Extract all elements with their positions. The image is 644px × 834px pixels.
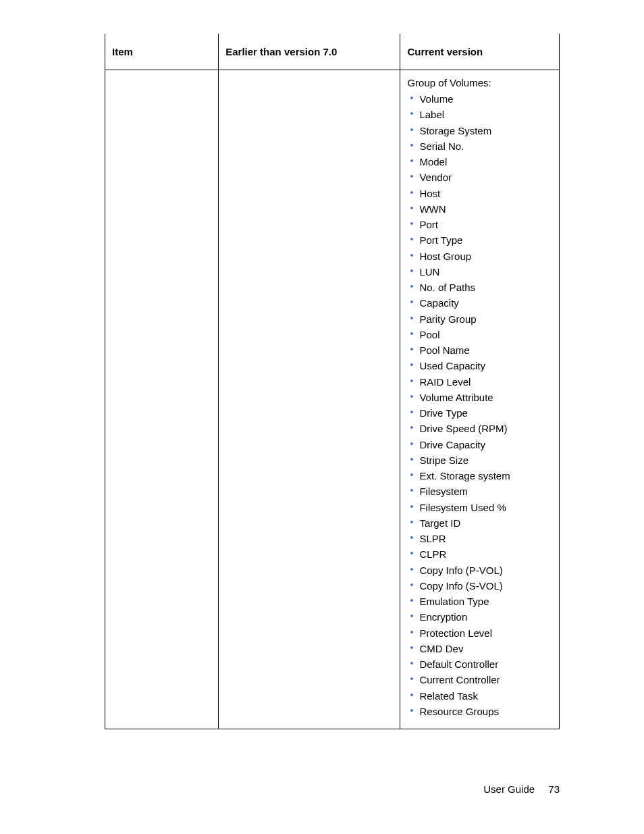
list-item: Filesystem: [407, 484, 552, 499]
list-item: Drive Capacity: [407, 437, 552, 452]
cell-earlier: [219, 70, 400, 729]
list-item: RAID Level: [407, 374, 552, 390]
list-item: Volume: [407, 91, 552, 107]
list-item: Label: [407, 107, 552, 122]
group-of-volumes-label: Group of Volumes:: [407, 77, 552, 88]
page-footer: User Guide 73: [483, 783, 560, 795]
list-item: Current Controller: [407, 672, 552, 687]
list-item: Model: [407, 154, 552, 170]
cell-current: Group of Volumes: VolumeLabelStorage Sys…: [400, 70, 560, 729]
list-item: Related Task: [407, 688, 552, 704]
list-item: Drive Speed (RPM): [407, 421, 552, 436]
list-item: No. of Paths: [407, 280, 552, 295]
list-item: Volume Attribute: [407, 390, 552, 405]
header-earlier: Earlier than version 7.0: [219, 34, 400, 70]
list-item: Ext. Storage system: [407, 468, 552, 484]
list-item: LUN: [407, 264, 552, 280]
list-item: WWN: [407, 201, 552, 217]
list-item: Host: [407, 186, 552, 201]
list-item: Emulation Type: [407, 594, 552, 609]
list-item: Serial No.: [407, 138, 552, 154]
table-row: Group of Volumes: VolumeLabelStorage Sys…: [105, 70, 560, 729]
list-item: Default Controller: [407, 656, 552, 672]
list-item: CMD Dev: [407, 641, 552, 656]
comparison-table: Item Earlier than version 7.0 Current ve…: [105, 34, 560, 729]
list-item: Used Capacity: [407, 358, 552, 373]
list-item: Target ID: [407, 515, 552, 531]
list-item: Copy Info (P-VOL): [407, 563, 552, 578]
list-item: Resource Groups: [407, 704, 552, 719]
list-item: Storage System: [407, 123, 552, 138]
list-item: Vendor: [407, 170, 552, 185]
footer-label: User Guide: [483, 783, 535, 795]
list-item: Pool: [407, 327, 552, 342]
header-current: Current version: [400, 34, 560, 70]
list-item: Pool Name: [407, 342, 552, 358]
list-item: Copy Info (S-VOL): [407, 578, 552, 594]
list-item: Port: [407, 217, 552, 232]
list-item: CLPR: [407, 546, 552, 562]
list-item: Port Type: [407, 232, 552, 248]
list-item: Drive Type: [407, 405, 552, 421]
list-item: Host Group: [407, 249, 552, 264]
list-item: Stripe Size: [407, 452, 552, 468]
header-item: Item: [105, 34, 219, 70]
list-item: Capacity: [407, 295, 552, 311]
document-page: Item Earlier than version 7.0 Current ve…: [0, 0, 644, 834]
list-item: Filesystem Used %: [407, 500, 552, 515]
table-header-row: Item Earlier than version 7.0 Current ve…: [105, 34, 560, 70]
volume-list: VolumeLabelStorage SystemSerial No.Model…: [407, 91, 552, 719]
list-item: Encryption: [407, 609, 552, 625]
list-item: SLPR: [407, 531, 552, 546]
list-item: Parity Group: [407, 311, 552, 327]
cell-item: [105, 70, 219, 729]
footer-page-number: 73: [548, 783, 560, 795]
list-item: Protection Level: [407, 625, 552, 641]
